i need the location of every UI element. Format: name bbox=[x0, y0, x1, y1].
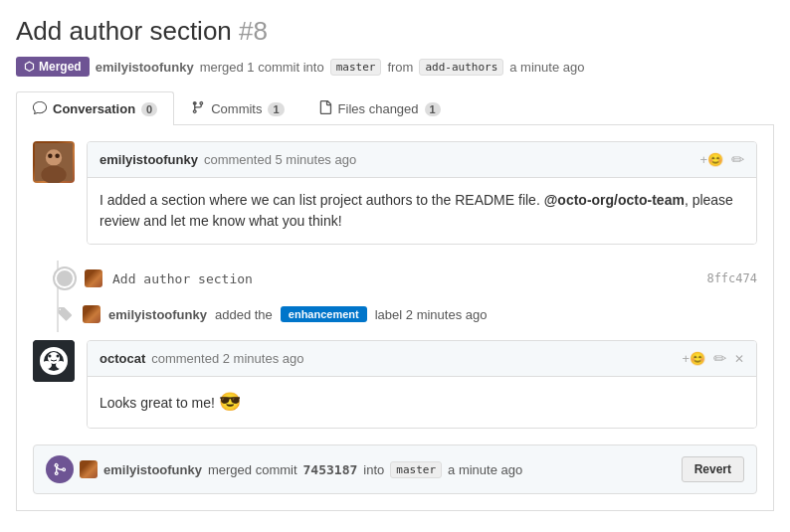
label-event-time: label 2 minutes ago bbox=[375, 307, 488, 322]
commit-avatar-emily bbox=[85, 269, 102, 287]
label-icon bbox=[55, 304, 75, 324]
merged-badge: ⬡ Merged bbox=[16, 57, 90, 77]
merge-footer: emilyistoofunky merged commit 7453187 in… bbox=[33, 444, 757, 494]
tab-conversation[interactable]: Conversation 0 bbox=[16, 91, 174, 125]
merge-footer-author-name: emilyistoofunky bbox=[103, 462, 202, 477]
merge-footer-sha[interactable]: 7453187 bbox=[303, 462, 358, 477]
comment-author-octocat[interactable]: octocat bbox=[99, 351, 145, 366]
label-event-author: emilyistoofunky bbox=[108, 307, 207, 322]
meta-from: from bbox=[387, 60, 413, 75]
comment-card-emily: emilyistoofunky commented 5 minutes ago … bbox=[87, 141, 757, 245]
tab-commits-count: 1 bbox=[268, 102, 284, 116]
sunglasses-emoji: 😎 bbox=[219, 392, 241, 412]
mention: @octo-org/octo-team bbox=[544, 192, 685, 208]
merge-icon bbox=[46, 455, 74, 483]
revert-button[interactable]: Revert bbox=[682, 456, 744, 482]
tab-commits[interactable]: Commits 1 bbox=[174, 91, 300, 125]
enhancement-label-badge: enhancement bbox=[281, 306, 367, 322]
commit-message: Add author section bbox=[112, 271, 253, 286]
avatar-emily bbox=[33, 141, 75, 183]
comment-time-octocat: commented 2 minutes ago bbox=[151, 351, 303, 366]
svg-point-2 bbox=[41, 166, 66, 183]
comment-body-emily: I added a section where we can list proj… bbox=[88, 178, 756, 244]
tab-commits-label: Commits bbox=[211, 101, 262, 116]
edit-octocat[interactable]: ✏ bbox=[713, 349, 726, 368]
merged-icon: ⬡ bbox=[24, 60, 34, 74]
close-octocat[interactable]: ✕ bbox=[734, 352, 744, 366]
label-event-action: added the bbox=[215, 307, 273, 322]
tab-conversation-count: 0 bbox=[141, 102, 157, 116]
add-reaction-emily[interactable]: +😊 bbox=[699, 152, 723, 167]
merge-footer-text: merged commit bbox=[208, 462, 297, 477]
tabs-bar: Conversation 0 Commits 1 Files changed 1 bbox=[16, 90, 774, 125]
meta-time: a minute ago bbox=[509, 60, 584, 75]
label-event-avatar bbox=[83, 305, 100, 323]
content-area: emilyistoofunky commented 5 minutes ago … bbox=[16, 125, 774, 511]
tab-conversation-label: Conversation bbox=[53, 101, 135, 116]
svg-point-11 bbox=[49, 355, 52, 358]
merge-footer-branch[interactable]: master bbox=[390, 461, 442, 478]
commits-icon bbox=[191, 100, 205, 117]
commit-sha[interactable]: 8ffc474 bbox=[706, 271, 757, 285]
svg-point-10 bbox=[56, 361, 66, 369]
svg-point-4 bbox=[55, 153, 60, 158]
merge-footer-left: emilyistoofunky merged commit 7453187 in… bbox=[46, 455, 674, 483]
comment-header-octocat: octocat commented 2 minutes ago +😊 ✏ ✕ bbox=[88, 341, 756, 377]
base-branch-label[interactable]: master bbox=[330, 59, 382, 76]
comment-emily: emilyistoofunky commented 5 minutes ago … bbox=[33, 141, 757, 245]
pr-title-text: Add author section bbox=[16, 16, 232, 46]
comment-header-emily: emilyistoofunky commented 5 minutes ago … bbox=[88, 142, 756, 178]
pr-title: Add author section #8 bbox=[16, 16, 774, 47]
merge-footer-into: into bbox=[363, 462, 384, 477]
comment-body-octocat: Looks great to me! 😎 bbox=[88, 377, 756, 428]
comment-actions-octocat: +😊 ✏ ✕ bbox=[682, 349, 744, 368]
merged-label: Merged bbox=[39, 60, 82, 74]
svg-point-3 bbox=[48, 153, 53, 158]
label-event: emilyistoofunky added the enhancement la… bbox=[33, 296, 757, 332]
pr-meta: ⬡ Merged emilyistoofunky merged 1 commit… bbox=[16, 57, 774, 77]
comment-octocat: octocat commented 2 minutes ago +😊 ✏ ✕ L… bbox=[33, 340, 757, 429]
commit-dot bbox=[55, 268, 75, 288]
files-icon bbox=[318, 100, 332, 117]
commit-event: Add author section 8ffc474 bbox=[33, 261, 757, 296]
page-wrapper: Add author section #8 ⬡ Merged emilyisto… bbox=[0, 0, 790, 532]
add-reaction-octocat[interactable]: +😊 bbox=[682, 351, 705, 366]
head-branch-label[interactable]: add-authors bbox=[419, 59, 503, 76]
comment-time-emily: commented 5 minutes ago bbox=[204, 152, 356, 167]
comment-author-emily[interactable]: emilyistoofunky bbox=[99, 152, 198, 167]
tab-files-label: Files changed bbox=[338, 101, 419, 116]
merge-footer-author: emilyistoofunky bbox=[103, 462, 202, 477]
tab-files-changed[interactable]: Files changed 1 bbox=[301, 91, 458, 125]
merge-footer-time: a minute ago bbox=[448, 462, 522, 477]
conversation-icon bbox=[33, 100, 47, 117]
pr-number: #8 bbox=[239, 16, 268, 46]
comment-card-octocat: octocat commented 2 minutes ago +😊 ✏ ✕ L… bbox=[87, 340, 757, 429]
svg-point-1 bbox=[46, 149, 62, 165]
edit-emily[interactable]: ✏ bbox=[731, 150, 744, 169]
comment-actions-emily: +😊 ✏ bbox=[699, 150, 744, 169]
tab-files-count: 1 bbox=[425, 102, 441, 116]
comment-header-left-octocat: octocat commented 2 minutes ago bbox=[99, 351, 303, 366]
comment-header-left-emily: emilyistoofunky commented 5 minutes ago bbox=[99, 152, 356, 167]
merge-footer-avatar bbox=[80, 460, 98, 478]
svg-point-9 bbox=[42, 361, 52, 369]
merged-by: emilyistoofunky bbox=[96, 60, 194, 75]
merged-by-user: emilyistoofunky bbox=[96, 60, 194, 75]
avatar-octocat bbox=[33, 340, 75, 382]
svg-point-12 bbox=[57, 355, 60, 358]
meta-text: merged 1 commit into bbox=[200, 60, 324, 75]
